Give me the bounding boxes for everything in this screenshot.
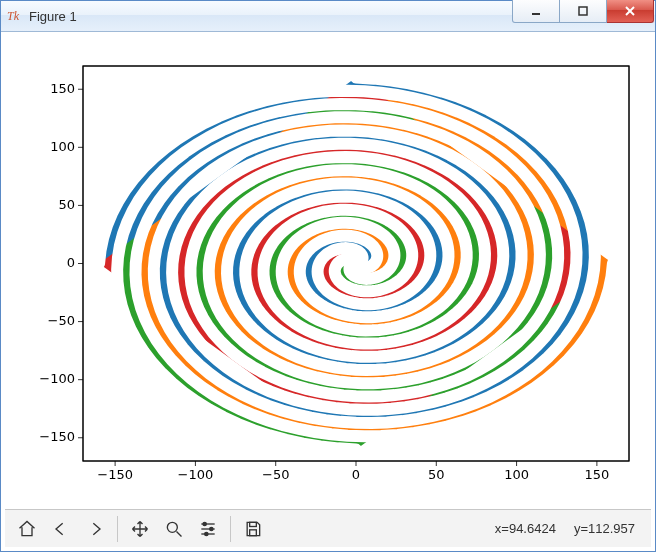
save-icon xyxy=(243,519,263,539)
svg-point-42 xyxy=(210,527,213,530)
svg-rect-44 xyxy=(250,522,257,526)
zoom-icon xyxy=(164,519,184,539)
save-button[interactable] xyxy=(237,513,269,545)
nav-toolbar: x=94.6424 y=112.957 xyxy=(5,509,651,547)
client-area: −150−100−50050100150−150−100−50050100150 xyxy=(1,32,655,551)
arrow-left-icon xyxy=(51,519,71,539)
minimize-icon xyxy=(529,4,543,18)
svg-text:0: 0 xyxy=(67,255,75,270)
svg-text:100: 100 xyxy=(50,139,75,154)
sliders-icon xyxy=(198,519,218,539)
figure-canvas[interactable]: −150−100−50050100150−150−100−50050100150 xyxy=(5,36,651,509)
arrow-right-icon xyxy=(85,519,105,539)
svg-rect-45 xyxy=(250,529,257,535)
svg-text:−50: −50 xyxy=(48,313,75,328)
minimize-button[interactable] xyxy=(512,0,560,23)
svg-text:−100: −100 xyxy=(39,371,75,386)
svg-text:150: 150 xyxy=(584,467,609,482)
svg-text:0: 0 xyxy=(352,467,360,482)
svg-text:−150: −150 xyxy=(39,429,75,444)
svg-text:150: 150 xyxy=(50,81,75,96)
plot-svg: −150−100−50050100150−150−100−50050100150 xyxy=(5,36,651,509)
svg-rect-2 xyxy=(579,7,587,15)
back-button[interactable] xyxy=(45,513,77,545)
titlebar[interactable]: Tk Figure 1 xyxy=(1,1,655,32)
separator xyxy=(230,516,231,542)
window-title: Figure 1 xyxy=(29,9,512,24)
svg-point-43 xyxy=(205,532,208,535)
svg-text:50: 50 xyxy=(58,197,75,212)
svg-point-41 xyxy=(203,522,206,525)
svg-text:Tk: Tk xyxy=(7,9,20,23)
home-button[interactable] xyxy=(11,513,43,545)
close-icon xyxy=(623,4,637,18)
home-icon xyxy=(17,519,37,539)
separator xyxy=(117,516,118,542)
svg-line-37 xyxy=(177,531,182,536)
move-icon xyxy=(130,519,150,539)
svg-text:−100: −100 xyxy=(178,467,214,482)
app-window: Tk Figure 1 −150−100−50050100150−150−100… xyxy=(0,0,656,552)
pan-button[interactable] xyxy=(124,513,156,545)
coord-status: x=94.6424 y=112.957 xyxy=(495,521,645,536)
svg-point-36 xyxy=(167,522,177,532)
maximize-icon xyxy=(576,4,590,18)
zoom-button[interactable] xyxy=(158,513,190,545)
svg-text:−50: −50 xyxy=(262,467,289,482)
tk-icon: Tk xyxy=(7,8,23,24)
maximize-button[interactable] xyxy=(560,0,607,23)
svg-text:−150: −150 xyxy=(97,467,133,482)
configure-button[interactable] xyxy=(192,513,224,545)
svg-text:100: 100 xyxy=(504,467,529,482)
status-x: x=94.6424 xyxy=(495,521,556,536)
status-y: y=112.957 xyxy=(574,521,635,536)
svg-text:50: 50 xyxy=(428,467,445,482)
forward-button[interactable] xyxy=(79,513,111,545)
window-buttons xyxy=(512,1,655,31)
close-button[interactable] xyxy=(607,0,654,23)
